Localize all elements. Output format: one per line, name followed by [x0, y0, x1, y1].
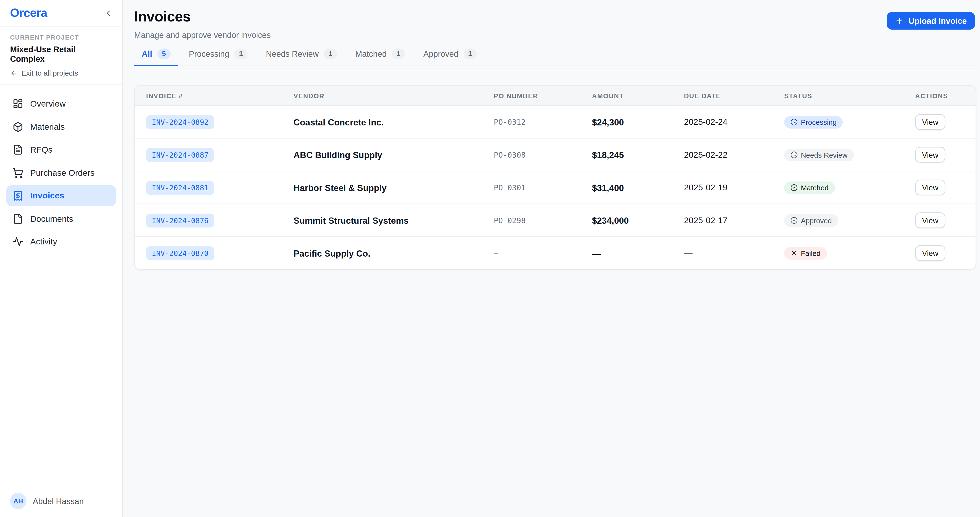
tab-needs-review[interactable]: Needs Review 1	[258, 48, 345, 66]
upload-invoice-label: Upload Invoice	[908, 16, 967, 26]
po-number: PO-0312	[482, 106, 581, 138]
clock-icon	[791, 151, 798, 158]
table-row: INV-2024-0892 Coastal Concrete Inc. PO-0…	[135, 106, 976, 139]
tab-count-badge: 1	[463, 48, 477, 59]
upload-invoice-button[interactable]: Upload Invoice	[886, 12, 975, 30]
view-button[interactable]: View	[915, 212, 945, 228]
tab-approved[interactable]: Approved 1	[416, 48, 484, 66]
page-header: Invoices Manage and approve vendor invoi…	[134, 8, 975, 40]
table-row: INV-2024-0887 ABC Building Supply PO-030…	[135, 139, 976, 171]
current-project-label: CURRENT PROJECT	[10, 34, 112, 41]
sidebar-item-purchase-orders[interactable]: Purchase Orders	[6, 162, 116, 183]
status-label: Failed	[801, 249, 821, 257]
vendor-name: Pacific Supply Co.	[282, 237, 482, 269]
view-button[interactable]: View	[915, 180, 945, 195]
package-icon	[13, 121, 23, 132]
invoice-amount: $24,300	[581, 106, 673, 138]
due-date: 2025-02-19	[673, 171, 773, 204]
table-row: INV-2024-0881 Harbor Steel & Supply PO-0…	[135, 171, 976, 204]
vendor-name: Harbor Steel & Supply	[282, 171, 482, 204]
status-label: Approved	[801, 217, 832, 224]
invoice-number-link[interactable]: INV-2024-0870	[146, 246, 214, 260]
avatar: AH	[10, 493, 27, 510]
exit-projects-label: Exit to all projects	[21, 69, 78, 77]
invoice-number-link[interactable]: INV-2024-0881	[146, 180, 214, 195]
invoice-number-link[interactable]: INV-2024-0876	[146, 214, 214, 227]
vendor-name: ABC Building Supply	[282, 139, 482, 171]
tab-label: All	[142, 49, 152, 59]
column-header-vendor: VENDOR	[282, 86, 482, 105]
invoice-amount: $18,245	[581, 139, 673, 171]
user-menu[interactable]: AH Abdel Hassan	[0, 485, 122, 517]
tab-count-badge: 5	[157, 48, 171, 59]
status-badge: Processing	[784, 116, 843, 128]
tab-label: Approved	[423, 49, 458, 59]
sidebar-item-label: Activity	[30, 237, 57, 247]
user-name: Abdel Hassan	[33, 496, 84, 506]
status-badge: Approved	[784, 214, 838, 227]
sidebar-item-rfqs[interactable]: RFQs	[6, 139, 116, 160]
page-subtitle: Manage and approve vendor invoices	[134, 30, 271, 40]
table-row: INV-2024-0876 Summit Structural Systems …	[135, 204, 976, 237]
column-header-invoice: INVOICE #	[135, 86, 282, 105]
status-badge: Needs Review	[784, 148, 854, 161]
view-button[interactable]: View	[915, 114, 945, 130]
receipt-icon	[13, 190, 23, 201]
po-number: PO-0301	[482, 171, 581, 204]
app-window: Orcera CURRENT PROJECT Mixed-Use Retail …	[0, 0, 980, 517]
invoices-table: INVOICE # VENDOR PO NUMBER AMOUNT DUE DA…	[134, 85, 976, 270]
invoice-amount: $234,000	[581, 204, 673, 236]
status-label: Processing	[801, 118, 837, 126]
tab-label: Matched	[355, 49, 387, 59]
clock-icon	[791, 118, 798, 125]
exit-projects-link[interactable]: Exit to all projects	[10, 69, 112, 77]
status-label: Needs Review	[801, 151, 848, 159]
sidebar-nav: Overview Materials RFQs Purchase Orders …	[0, 85, 122, 254]
column-header-po: PO NUMBER	[482, 86, 581, 105]
view-button[interactable]: View	[915, 147, 945, 163]
plus-icon	[895, 16, 904, 25]
invoice-number-link[interactable]: INV-2024-0892	[146, 115, 214, 129]
sidebar-item-documents[interactable]: Documents	[6, 208, 116, 229]
sidebar-header: Orcera	[0, 0, 122, 27]
due-date: —	[673, 237, 773, 269]
brand-logo: Orcera	[10, 6, 47, 20]
file-text-icon	[13, 144, 23, 155]
tab-processing[interactable]: Processing 1	[181, 48, 255, 66]
tab-matched[interactable]: Matched 1	[348, 48, 412, 66]
sidebar: Orcera CURRENT PROJECT Mixed-Use Retail …	[0, 0, 123, 517]
check-circle-icon	[791, 184, 798, 191]
activity-icon	[13, 236, 23, 247]
arrow-left-icon	[10, 69, 18, 77]
view-button[interactable]: View	[915, 245, 945, 261]
invoice-number-link[interactable]: INV-2024-0887	[146, 148, 214, 162]
tab-all[interactable]: All 5	[134, 48, 178, 66]
sidebar-item-label: Materials	[30, 122, 65, 131]
sidebar-collapse-button[interactable]	[103, 8, 114, 19]
sidebar-item-label: Documents	[30, 214, 73, 223]
due-date: 2025-02-22	[673, 139, 773, 171]
due-date: 2025-02-17	[673, 204, 773, 236]
sidebar-item-overview[interactable]: Overview	[6, 93, 116, 114]
due-date: 2025-02-24	[673, 106, 773, 138]
file-icon	[13, 214, 23, 224]
vendor-name: Coastal Concrete Inc.	[282, 106, 482, 138]
po-number: PO-0298	[482, 204, 581, 236]
sidebar-item-label: Overview	[30, 99, 66, 109]
status-label: Matched	[801, 184, 829, 191]
status-tabs: All 5 Processing 1 Needs Review 1 Matche…	[134, 48, 975, 66]
column-header-due: DUE DATE	[673, 86, 773, 105]
sidebar-item-activity[interactable]: Activity	[6, 231, 116, 252]
column-header-amount: AMOUNT	[581, 86, 673, 105]
sidebar-item-invoices[interactable]: Invoices	[6, 185, 116, 206]
sidebar-item-materials[interactable]: Materials	[6, 116, 116, 137]
tab-label: Needs Review	[266, 49, 319, 59]
po-number: —	[482, 237, 581, 269]
current-project-section: CURRENT PROJECT Mixed-Use Retail Complex…	[0, 27, 122, 85]
table-row: INV-2024-0870 Pacific Supply Co. — — — F…	[135, 237, 976, 269]
main-content: Invoices Manage and approve vendor invoi…	[123, 0, 980, 517]
tab-count-badge: 1	[392, 48, 405, 59]
vendor-name: Summit Structural Systems	[282, 204, 482, 236]
tab-label: Processing	[189, 49, 229, 59]
x-icon	[791, 249, 798, 257]
